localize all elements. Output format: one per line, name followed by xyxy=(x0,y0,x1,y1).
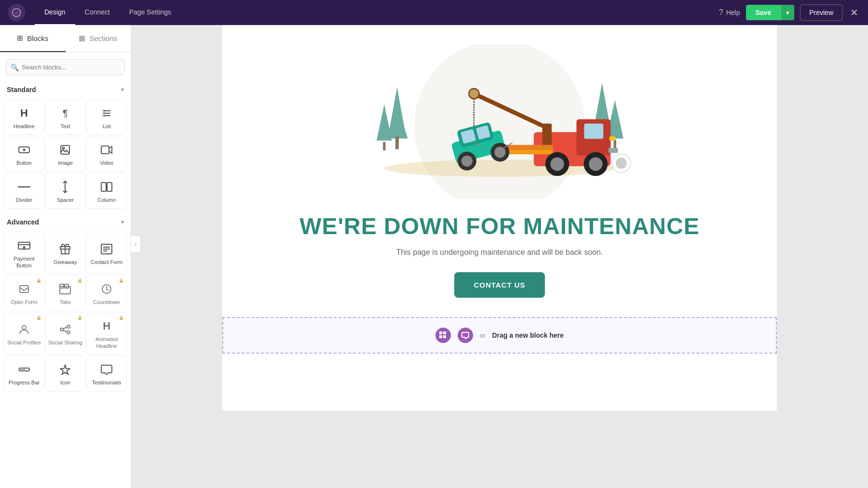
svg-line-31 xyxy=(63,327,67,329)
svg-point-9 xyxy=(63,147,65,149)
help-button[interactable]: ? Help xyxy=(719,8,740,17)
block-item-animated-headline[interactable]: 🔒 H Animated Headline xyxy=(86,312,127,355)
svg-rect-77 xyxy=(443,335,446,338)
column-icon xyxy=(100,180,113,194)
text-icon: ¶ xyxy=(58,106,72,120)
block-item-social-profiles[interactable]: 🔒 Social Profiles xyxy=(4,312,44,355)
drop-zone-or: or xyxy=(480,332,486,339)
advanced-section-header[interactable]: Advanced ▾ xyxy=(0,212,131,230)
giveaway-icon xyxy=(58,242,72,256)
svg-rect-10 xyxy=(101,146,109,154)
search-input-wrap: 🔍 xyxy=(6,59,125,75)
countdown-icon xyxy=(100,282,113,296)
maintenance-subtitle: This page is undergoing maintenance and … xyxy=(396,248,603,257)
button-icon xyxy=(17,143,31,157)
video-icon xyxy=(100,143,113,157)
svg-point-56 xyxy=(469,89,479,99)
svg-rect-75 xyxy=(443,331,446,334)
drop-zone: or Drag a new block here xyxy=(222,317,777,354)
lock-icon-countdown: 🔒 xyxy=(119,278,124,283)
chevron-down-icon: ▾ xyxy=(121,86,124,93)
block-item-headline[interactable]: H Headline xyxy=(4,99,44,135)
block-item-column[interactable]: Column xyxy=(86,173,127,209)
lock-icon-social-profiles: 🔒 xyxy=(36,315,41,320)
contact-form-icon xyxy=(100,242,113,256)
search-icon: 🔍 xyxy=(11,64,19,71)
drop-zone-grid-icon xyxy=(435,328,451,343)
block-item-spacer[interactable]: Spacer xyxy=(45,173,86,209)
headline-icon: H xyxy=(17,106,31,120)
block-item-image[interactable]: Image xyxy=(45,136,86,171)
svg-point-67 xyxy=(550,157,564,171)
block-item-video[interactable]: Video xyxy=(86,136,127,171)
svg-point-3 xyxy=(104,110,106,112)
logo xyxy=(8,4,25,21)
advanced-block-grid: Payment Button Giveaway xyxy=(0,230,131,396)
animated-headline-icon: H xyxy=(100,319,113,333)
main-layout: ⊞ Blocks ▦ Sections 🔍 Standard ▾ H Hea xyxy=(0,25,868,488)
lock-icon-optin: 🔒 xyxy=(36,278,41,283)
block-item-list[interactable]: List xyxy=(86,99,127,135)
tab-blocks[interactable]: ⊞ Blocks xyxy=(0,25,66,52)
page-canvas: WE'RE DOWN FOR MAINTENANCE This page is … xyxy=(222,25,777,410)
social-profiles-icon xyxy=(17,323,31,336)
nav-tabs: Design Connect Page Settings xyxy=(35,0,719,25)
payment-button-icon xyxy=(17,239,31,252)
contact-us-button[interactable]: CONTACT US xyxy=(454,272,544,298)
tab-sections[interactable]: ▦ Sections xyxy=(66,25,131,52)
svg-point-30 xyxy=(67,331,70,334)
svg-rect-34 xyxy=(19,368,25,371)
block-item-contact-form[interactable]: Contact Form xyxy=(86,232,127,275)
block-item-text[interactable]: ¶ Text xyxy=(45,99,86,135)
svg-line-32 xyxy=(63,330,67,332)
lock-icon-social-sharing: 🔒 xyxy=(77,315,82,320)
block-item-social-sharing[interactable]: 🔒 Social Sharing xyxy=(45,312,86,355)
sidebar: ⊞ Blocks ▦ Sections 🔍 Standard ▾ H Hea xyxy=(0,25,131,488)
block-item-optin-form[interactable]: 🔒 Optin Form xyxy=(4,275,44,311)
preview-button[interactable]: Preview xyxy=(800,4,842,21)
block-item-tabs[interactable]: 🔒 Tabs xyxy=(45,275,86,311)
illustration-area xyxy=(251,44,748,198)
svg-rect-13 xyxy=(101,183,106,191)
svg-point-29 xyxy=(60,328,63,331)
svg-point-4 xyxy=(104,113,106,114)
icon-block-icon xyxy=(58,363,72,376)
block-item-progress-bar[interactable]: Progress Bar xyxy=(4,356,44,391)
block-item-giveaway[interactable]: Giveaway xyxy=(45,232,86,275)
svg-point-27 xyxy=(22,326,26,330)
svg-point-7 xyxy=(23,149,25,151)
svg-rect-49 xyxy=(584,123,603,139)
divider-icon xyxy=(17,180,31,194)
drop-zone-chat-icon xyxy=(458,328,473,343)
nav-right: ? Help Save ▾ Preview ✕ xyxy=(719,4,860,21)
save-button[interactable]: Save xyxy=(746,5,781,20)
svg-rect-40 xyxy=(383,142,385,151)
top-nav: Design Connect Page Settings ? Help Save… xyxy=(0,0,868,25)
block-item-testimonials[interactable]: Testimonials xyxy=(86,356,127,391)
block-item-button[interactable]: Button xyxy=(4,136,44,171)
help-circle-icon: ? xyxy=(719,8,723,17)
blocks-icon: ⊞ xyxy=(17,34,23,42)
social-sharing-icon xyxy=(58,323,72,336)
search-input[interactable] xyxy=(6,59,125,75)
nav-tab-design[interactable]: Design xyxy=(35,0,75,25)
block-item-icon[interactable]: Icon xyxy=(45,356,86,391)
tow-truck-illustration xyxy=(350,44,649,198)
spacer-icon xyxy=(58,180,72,194)
svg-rect-50 xyxy=(610,136,615,141)
save-btn-group: Save ▾ xyxy=(746,5,795,20)
optin-form-icon xyxy=(17,282,31,296)
block-item-payment-button[interactable]: Payment Button xyxy=(4,232,44,275)
nav-tab-page-settings[interactable]: Page Settings xyxy=(120,0,181,25)
svg-point-5 xyxy=(104,115,106,117)
svg-rect-38 xyxy=(395,136,399,149)
svg-rect-74 xyxy=(439,331,442,334)
save-dropdown-button[interactable]: ▾ xyxy=(781,5,794,20)
close-button[interactable]: ✕ xyxy=(848,5,860,20)
block-item-countdown[interactable]: 🔒 Countdown xyxy=(86,275,127,311)
standard-section-header[interactable]: Standard ▾ xyxy=(0,80,131,97)
maintenance-title: WE'RE DOWN FOR MAINTENANCE xyxy=(299,213,699,239)
nav-tab-connect[interactable]: Connect xyxy=(75,0,120,25)
sidebar-tabs: ⊞ Blocks ▦ Sections xyxy=(0,25,131,53)
block-item-divider[interactable]: Divider xyxy=(4,173,44,209)
